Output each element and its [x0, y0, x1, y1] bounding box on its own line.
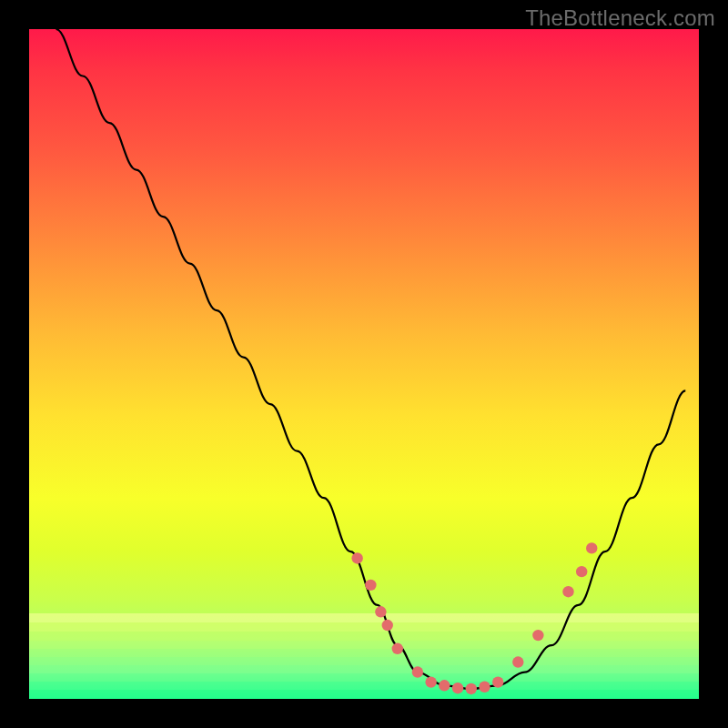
marker-point: [532, 630, 543, 641]
marker-point: [576, 566, 587, 577]
highlight-markers: [351, 542, 597, 694]
marker-point: [466, 683, 477, 694]
marker-point: [412, 666, 423, 677]
marker-point: [365, 580, 376, 591]
watermark-text: TheBottleneck.com: [525, 5, 715, 31]
chart-svg: [29, 29, 699, 699]
marker-point: [439, 680, 450, 691]
marker-point: [562, 586, 573, 597]
curve-group: [56, 29, 685, 694]
marker-point: [512, 656, 523, 667]
marker-point: [425, 676, 436, 687]
marker-point: [479, 682, 490, 693]
marker-point: [492, 676, 503, 687]
marker-point: [392, 643, 403, 654]
marker-point: [375, 606, 386, 617]
marker-point: [452, 682, 463, 693]
marker-point: [351, 552, 362, 563]
marker-point: [586, 542, 597, 553]
plot-area: [29, 29, 699, 699]
chart-container: TheBottleneck.com: [0, 0, 728, 728]
marker-point: [382, 620, 393, 631]
